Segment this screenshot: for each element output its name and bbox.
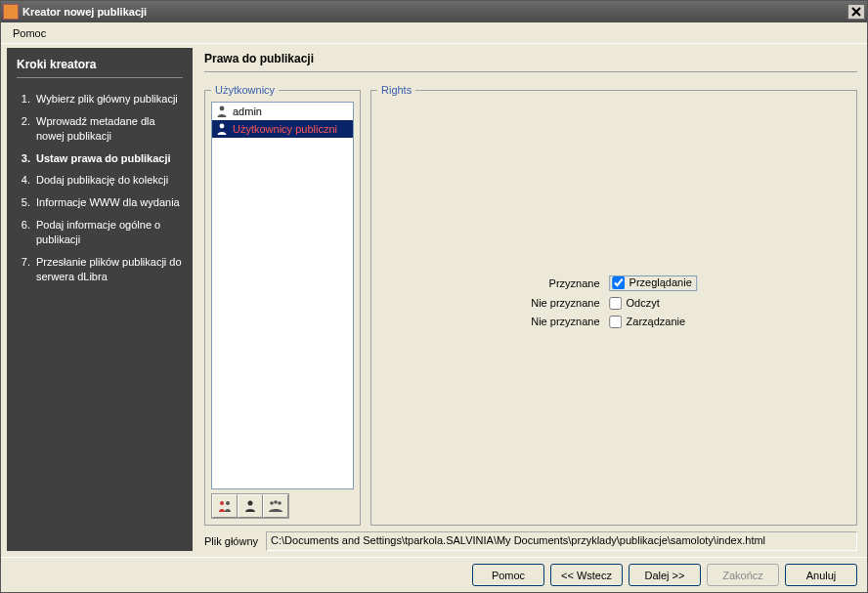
svg-point-3 bbox=[226, 501, 230, 505]
step-number: 1. bbox=[17, 92, 30, 106]
users-fieldset: Użytkownicy adminUżytkownicy publiczni bbox=[204, 84, 361, 526]
main-file-field: C:\Documents and Settings\tparkola.SALVI… bbox=[266, 531, 857, 551]
step-label: Wybierz plik główny publikacji bbox=[36, 92, 178, 106]
right-status-label: Nie przyznane bbox=[531, 316, 599, 327]
user-single-button[interactable] bbox=[238, 494, 263, 518]
step-number: 6. bbox=[17, 218, 30, 247]
step-number: 2. bbox=[17, 114, 30, 144]
user-single-icon bbox=[242, 498, 258, 514]
svg-point-6 bbox=[274, 500, 278, 504]
right-checkbox-wrap[interactable]: Odczyt bbox=[610, 297, 697, 310]
list-item[interactable]: Użytkownicy publiczni bbox=[212, 120, 353, 138]
users-legend: Użytkownicy bbox=[211, 84, 279, 96]
svg-point-4 bbox=[248, 501, 253, 506]
wizard-step[interactable]: 3.Ustaw prawa do publikacji bbox=[17, 148, 183, 170]
user-label: admin bbox=[233, 106, 262, 117]
right-label: Odczyt bbox=[627, 297, 660, 309]
right-label: Zarządzanie bbox=[627, 316, 686, 327]
rights-legend: Rights bbox=[377, 84, 415, 96]
next-button[interactable]: Dalej >> bbox=[629, 564, 701, 586]
right-label: Przeglądanie bbox=[629, 276, 692, 288]
button-bar: Pomoc << Wstecz Dalej >> Zakończ Anuluj bbox=[1, 557, 867, 592]
menubar: Pomoc bbox=[1, 22, 867, 44]
users-toolbar bbox=[211, 493, 289, 519]
cancel-button[interactable]: Anuluj bbox=[785, 564, 857, 586]
right-status-label: Nie przyznane bbox=[531, 297, 599, 309]
titlebar: Kreator nowej publikacji bbox=[1, 1, 867, 22]
wizard-step[interactable]: 6.Podaj informacje ogólne o publikacji bbox=[17, 214, 183, 251]
sidebar-title: Kroki kreatora bbox=[17, 58, 183, 78]
help-button[interactable]: Pomoc bbox=[472, 564, 544, 586]
right-checkbox-wrap[interactable]: Zarządzanie bbox=[610, 316, 697, 328]
wizard-step[interactable]: 4.Dodaj publikację do kolekcji bbox=[17, 169, 183, 191]
right-checkbox[interactable] bbox=[610, 316, 623, 328]
page-title: Prawa do publikacji bbox=[204, 48, 857, 72]
step-label: Dodaj publikację do kolekcji bbox=[36, 173, 168, 188]
user-label: Użytkownicy publiczni bbox=[233, 123, 337, 135]
wizard-steps: 1.Wybierz plik główny publikacji2.Wprowa… bbox=[17, 88, 183, 287]
wizard-step[interactable]: 1.Wybierz plik główny publikacji bbox=[17, 88, 183, 110]
main-file-row: Plik główny C:\Documents and Settings\tp… bbox=[200, 526, 861, 551]
main-panel: Prawa do publikacji Użytkownicy adminUży… bbox=[200, 48, 861, 551]
sidebar: Kroki kreatora 1.Wybierz plik główny pub… bbox=[7, 48, 193, 551]
wizard-step[interactable]: 5.Informacje WWW dla wydania bbox=[17, 191, 183, 214]
user-all-button[interactable] bbox=[263, 494, 288, 518]
svg-point-2 bbox=[220, 501, 224, 505]
wizard-step[interactable]: 2.Wprowadź metadane dla nowej publikacji bbox=[17, 110, 183, 148]
finish-button[interactable]: Zakończ bbox=[707, 564, 779, 586]
svg-point-5 bbox=[270, 501, 274, 505]
svg-point-7 bbox=[278, 501, 282, 505]
step-label: Wprowadź metadane dla nowej publikacji bbox=[36, 114, 183, 144]
users-list[interactable]: adminUżytkownicy publiczni bbox=[211, 102, 354, 489]
step-number: 3. bbox=[17, 151, 30, 166]
panels: Użytkownicy adminUżytkownicy publiczni R… bbox=[200, 84, 861, 526]
list-item[interactable]: admin bbox=[212, 103, 353, 120]
back-button[interactable]: << Wstecz bbox=[550, 564, 623, 586]
window-title: Kreator nowej publikacji bbox=[22, 6, 847, 18]
user-group-icon bbox=[217, 498, 233, 514]
step-number: 5. bbox=[17, 195, 30, 210]
close-icon bbox=[851, 7, 861, 17]
right-checkbox[interactable] bbox=[613, 276, 626, 289]
right-status-label: Przyznane bbox=[531, 277, 599, 289]
close-button[interactable] bbox=[847, 4, 865, 20]
step-label: Ustaw prawa do publikacji bbox=[36, 151, 171, 166]
rights-grid: PrzyznanePrzeglądanieNie przyznaneOdczyt… bbox=[531, 275, 697, 328]
right-checkbox-wrap[interactable]: Przeglądanie bbox=[610, 275, 697, 291]
step-number: 7. bbox=[17, 255, 30, 284]
main-file-label: Plik główny bbox=[204, 535, 258, 547]
user-icon bbox=[215, 122, 229, 136]
step-label: Informacje WWW dla wydania bbox=[36, 195, 180, 210]
menu-help[interactable]: Pomoc bbox=[7, 25, 52, 41]
step-number: 4. bbox=[17, 173, 30, 188]
user-all-icon bbox=[268, 498, 283, 514]
user-group-button[interactable] bbox=[212, 494, 238, 518]
app-icon bbox=[3, 4, 19, 20]
wizard-step[interactable]: 7.Przesłanie plików publikacji do serwer… bbox=[17, 251, 183, 288]
user-icon bbox=[215, 105, 229, 118]
body: Kroki kreatora 1.Wybierz plik główny pub… bbox=[1, 44, 867, 557]
step-label: Przesłanie plików publikacji do serwera … bbox=[36, 255, 183, 284]
window: Kreator nowej publikacji Pomoc Kroki kre… bbox=[0, 0, 868, 593]
step-label: Podaj informacje ogólne o publikacji bbox=[36, 218, 183, 247]
right-checkbox[interactable] bbox=[610, 297, 623, 310]
rights-fieldset: Rights PrzyznanePrzeglądanieNie przyznan… bbox=[370, 84, 857, 526]
svg-point-0 bbox=[220, 106, 225, 111]
svg-point-1 bbox=[220, 124, 225, 129]
